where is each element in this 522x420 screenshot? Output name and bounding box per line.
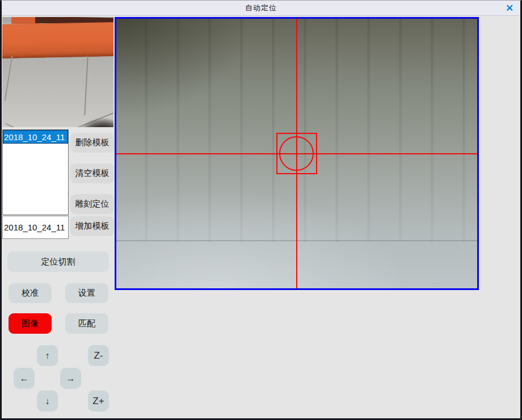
title-bar: 自动定位 ✕ [2,1,520,16]
match-region-circle [279,136,314,171]
calibrate-button[interactable]: 校准 [9,283,52,303]
photo-tile-grout [84,56,88,115]
jog-right-button[interactable]: → [60,368,81,389]
clear-templates-button[interactable]: 清空模板 [70,163,114,183]
delete-template-button[interactable]: 删除模板 [70,133,114,153]
jog-z-minus-button[interactable]: Z- [88,345,109,366]
add-template-button[interactable]: 增加模板 [70,216,114,236]
camera-view[interactable] [115,17,479,290]
auto-position-dialog: 自动定位 ✕ 2018_10_24_11 删除模板 清空模板 雕刻定位 增加模板… [0,0,522,420]
close-button[interactable]: ✕ [502,2,517,15]
jog-up-button[interactable]: ↑ [37,345,58,366]
jog-down-button[interactable]: ↓ [37,390,58,411]
position-cut-button[interactable]: 定位切割 [7,251,109,272]
photo-orange-plank [2,22,113,58]
template-list-item[interactable]: 2018_10_24_11 [3,130,68,144]
close-icon: ✕ [506,3,513,14]
photo-tile-grout [5,56,12,100]
photo-tile-grout [5,123,44,127]
template-preview-image [2,17,113,127]
dialog-title: 自动定位 [245,3,277,13]
jog-left-button[interactable]: ← [14,368,35,389]
match-button[interactable]: 匹配 [65,313,108,334]
template-list[interactable]: 2018_10_24_11 [2,129,69,215]
photo-dark-object [75,118,113,127]
jog-z-plus-button[interactable]: Z+ [88,390,109,411]
template-name-input[interactable] [2,216,69,239]
engrave-position-button[interactable]: 雕刻定位 [70,194,114,214]
settings-button[interactable]: 设置 [65,283,108,303]
image-button-active[interactable]: 图像 [9,313,52,334]
